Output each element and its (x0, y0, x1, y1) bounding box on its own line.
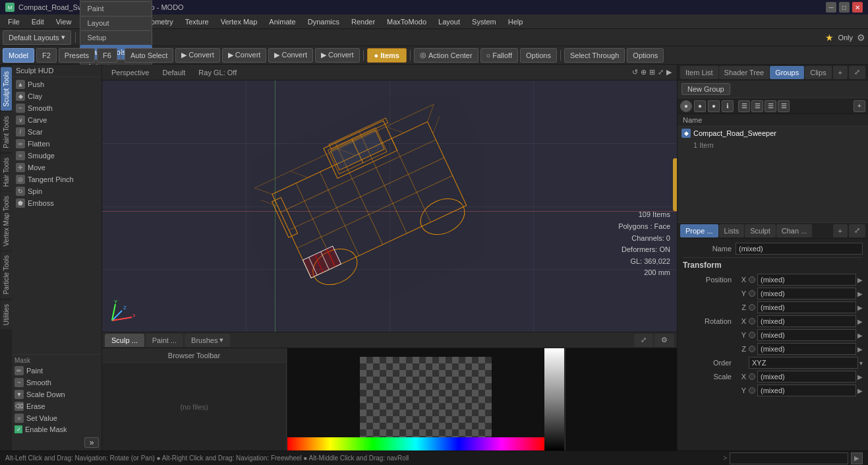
pos-y-arrow[interactable]: ▶ (857, 290, 863, 297)
expand-right-btn[interactable]: ⤢ (849, 66, 865, 79)
menu-texture[interactable]: Texture (180, 16, 214, 27)
falloff-btn[interactable]: ○ Falloff (480, 48, 518, 63)
other-tool-set-value[interactable]: =Set Value (12, 412, 101, 424)
pos-x-input[interactable] (757, 274, 856, 286)
new-group-button[interactable]: New Group (681, 83, 730, 95)
menu-file[interactable]: File (3, 16, 25, 27)
pos-z-radio[interactable] (749, 304, 755, 311)
model-mode-btn[interactable]: Model (3, 48, 34, 63)
gt-col-btn-3[interactable]: ☰ (765, 100, 776, 112)
mask-tool-scale-down[interactable]: ▼Scale Down (12, 388, 101, 400)
tool-tangent-pinch[interactable]: ◎Tangent Pinch (13, 173, 100, 185)
scale-y-input[interactable] (757, 385, 856, 396)
minimize-button[interactable]: ─ (826, 2, 836, 13)
maximize-button[interactable]: □ (839, 2, 850, 13)
sculp-tab[interactable]: Sculp ... (105, 334, 144, 347)
particle-tools-vtab[interactable]: Particle Tools (1, 251, 12, 298)
name-prop-input[interactable] (736, 243, 863, 255)
menu-edit[interactable]: Edit (26, 16, 49, 27)
add-tab-btn[interactable]: + (833, 66, 848, 79)
tool-smooth[interactable]: ~Smooth (13, 102, 100, 114)
pos-y-radio[interactable] (749, 290, 755, 297)
sculpt-tab[interactable]: Sculpt (745, 224, 776, 237)
groups-tab[interactable]: Groups (770, 66, 804, 79)
pos-x-radio[interactable] (749, 276, 755, 283)
tool-carve[interactable]: ∨Carve (13, 114, 100, 126)
zoom-icon[interactable]: ⊕ (641, 68, 647, 77)
clips-tab[interactable]: Clips (805, 66, 831, 79)
enable-mask-checkbox[interactable]: ✓ Enable Mask (12, 424, 101, 435)
titlebar-controls[interactable]: ─ □ ✕ (826, 2, 863, 13)
rot-x-radio[interactable] (749, 318, 755, 325)
chan-tab[interactable]: Chan ... (776, 224, 813, 237)
scale-y-radio[interactable] (749, 387, 755, 394)
default-label[interactable]: Default (158, 69, 189, 77)
brushes-tab[interactable]: Brushes ▾ (185, 334, 230, 347)
hair-tools-vtab[interactable]: Hair Tools (1, 154, 12, 191)
item-list-tab[interactable]: Item List (680, 66, 718, 79)
tool-scar[interactable]: /Scar (13, 126, 100, 138)
other-tool-erase[interactable]: ⌫Erase (12, 400, 101, 412)
settings-btn[interactable]: ⚙ (654, 334, 674, 347)
command-input[interactable] (730, 452, 848, 464)
gt-btn-2[interactable]: ● (694, 100, 706, 112)
utilities-vtab[interactable]: Utilities (1, 300, 12, 329)
fit-icon[interactable]: ⊞ (649, 68, 655, 77)
options-btn-2[interactable]: Options (627, 48, 664, 63)
props-add-btn[interactable]: + (833, 224, 848, 237)
convert-btn-2[interactable]: ▶ Convert (222, 48, 267, 63)
menu-dynamics[interactable]: Dynamics (303, 16, 345, 27)
tool-clay[interactable]: ◆Clay (13, 90, 100, 102)
pos-x-arrow[interactable]: ▶ (857, 276, 863, 284)
menu-maxtomodo[interactable]: MaxToModo (382, 16, 432, 27)
tab-setup[interactable]: Setup (80, 30, 152, 45)
menu-system[interactable]: System (467, 16, 502, 27)
close-button[interactable]: ✕ (852, 2, 863, 13)
command-go-btn[interactable]: ▶ (851, 452, 863, 464)
menu-vertex-map[interactable]: Vertex Map (216, 16, 263, 27)
auto-select-btn[interactable]: Auto Select (125, 48, 173, 63)
tool-emboss[interactable]: ⬟Emboss (13, 197, 100, 209)
scale-x-arrow[interactable]: ▶ (857, 373, 863, 381)
presets-btn[interactable]: Presets (59, 48, 95, 63)
rotate-icon[interactable]: ↺ (632, 68, 638, 77)
shader-tree-tab[interactable]: Shader Tree (719, 66, 770, 79)
options-btn-1[interactable]: Options (520, 48, 557, 63)
menu-layout[interactable]: Layout (433, 16, 465, 27)
default-layouts-dropdown[interactable]: Default Layouts ▾ (3, 30, 71, 45)
rot-z-input[interactable] (757, 343, 856, 355)
f2-btn[interactable]: F2 (36, 48, 57, 63)
rot-y-radio[interactable] (749, 332, 755, 338)
scale-y-arrow[interactable]: ▶ (857, 387, 863, 394)
group-item-row[interactable]: ◆ Compact_Road_Sweeper (678, 127, 868, 140)
convert-btn-1[interactable]: ▶ Convert (175, 48, 220, 63)
tab-layout[interactable]: Layout (80, 16, 152, 30)
plus-btn[interactable]: + (854, 100, 865, 112)
perspective-label[interactable]: Perspective (107, 69, 153, 77)
gt-btn-4[interactable]: ℹ (722, 100, 734, 112)
rot-y-input[interactable] (757, 329, 856, 341)
convert-btn-3[interactable]: ▶ Convert (268, 48, 313, 63)
gt-col-btn-2[interactable]: ☰ (751, 100, 763, 112)
pos-y-input[interactable] (757, 288, 856, 299)
expand-button[interactable]: » (84, 437, 99, 448)
rot-x-arrow[interactable]: ▶ (857, 318, 863, 325)
f6-btn[interactable]: F6 (97, 48, 117, 63)
rot-z-arrow[interactable]: ▶ (857, 346, 863, 353)
menu-animate[interactable]: Animate (264, 16, 301, 27)
tool-push[interactable]: ▲Push (13, 78, 100, 90)
props-expand-btn[interactable]: ⤢ (849, 224, 865, 237)
ray-gl-label[interactable]: Ray GL: Off (194, 69, 241, 77)
paint-tab[interactable]: Paint ... (146, 334, 183, 347)
tool-spin[interactable]: ↻Spin (13, 185, 100, 197)
fullscreen-icon[interactable]: ⤢ (658, 68, 664, 77)
action-center-btn[interactable]: ◎ Action Center (414, 48, 478, 63)
order-input[interactable] (749, 357, 858, 369)
paint-tools-vtab[interactable]: Paint Tools (1, 112, 12, 152)
scale-x-radio[interactable] (749, 373, 755, 380)
viewport-3d[interactable]: 109 Items Polygons : Face Channels: 0 De… (102, 80, 677, 332)
mask-tool-paint[interactable]: ✏Paint (12, 365, 101, 377)
rot-z-radio[interactable] (749, 346, 755, 352)
tool-move[interactable]: ✛Move (13, 162, 100, 173)
convert-btn-4[interactable]: ▶ Convert (315, 48, 360, 63)
